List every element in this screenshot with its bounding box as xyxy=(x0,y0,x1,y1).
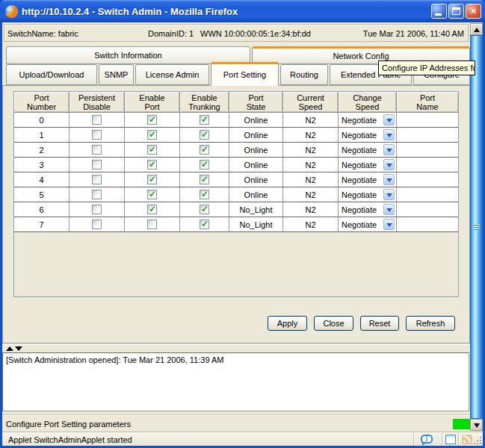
enable-port-checkbox[interactable] xyxy=(147,175,157,184)
enable-trunking-checkbox[interactable] xyxy=(200,205,209,214)
port-number-cell: 2 xyxy=(14,143,69,158)
port-name-cell[interactable] xyxy=(397,158,458,172)
enable-trunking-cell xyxy=(180,158,229,172)
enable-port-checkbox[interactable] xyxy=(147,115,157,125)
enable-trunking-checkbox[interactable] xyxy=(200,220,209,229)
persistent-disable-cell xyxy=(69,172,125,187)
port-name-cell[interactable] xyxy=(397,143,458,158)
title-bar[interactable]: http://10.10.2.4 - Switch Admin - Mozill… xyxy=(0,0,485,22)
chevron-down-icon[interactable] xyxy=(383,129,395,140)
scrollbar-thumb[interactable] xyxy=(470,35,483,419)
firefox-icon xyxy=(5,5,18,18)
enable-port-checkbox[interactable] xyxy=(147,130,157,140)
window-title: http://10.10.2.4 - Switch Admin - Mozill… xyxy=(22,6,431,17)
change-speed-dropdown[interactable]: Negotiate xyxy=(339,172,397,187)
persistent-disable-checkbox[interactable] xyxy=(92,130,102,140)
persistent-disable-cell xyxy=(69,158,125,172)
tab-upload-download[interactable]: Upload/Download xyxy=(6,64,97,85)
enable-trunking-checkbox[interactable] xyxy=(200,130,209,140)
change-speed-dropdown[interactable]: Negotiate xyxy=(339,187,397,202)
chevron-down-icon[interactable] xyxy=(383,189,395,200)
header-enable-port: Enable Port xyxy=(125,92,180,113)
tab-port-setting[interactable]: Port Setting xyxy=(211,62,279,86)
rss-feed-icon[interactable] xyxy=(462,435,472,444)
tab-license-admin[interactable]: License Admin xyxy=(135,64,209,85)
change-speed-value: Negotiate xyxy=(342,175,377,184)
resize-grip[interactable] xyxy=(472,435,481,444)
log-panel[interactable]: [Switch Administration opened]: Tue Mar … xyxy=(2,352,469,411)
info-bubble-icon[interactable]: i xyxy=(421,435,433,444)
maximize-button[interactable] xyxy=(448,4,464,19)
persistent-disable-checkbox[interactable] xyxy=(92,160,102,169)
enable-trunking-checkbox[interactable] xyxy=(200,145,209,155)
header-persistent-disable: Persistent Disable xyxy=(69,92,125,113)
enable-trunking-checkbox[interactable] xyxy=(200,160,209,169)
log-splitter[interactable] xyxy=(2,344,470,352)
popup-blocker-icon[interactable] xyxy=(445,435,456,444)
scroll-up-button[interactable] xyxy=(470,23,483,35)
port-name-cell[interactable] xyxy=(397,217,458,232)
enable-port-checkbox[interactable] xyxy=(147,145,157,155)
enable-trunking-checkbox[interactable] xyxy=(200,190,209,199)
chevron-down-icon[interactable] xyxy=(383,144,395,155)
close-panel-button[interactable]: Close xyxy=(314,316,353,331)
enable-port-cell xyxy=(125,172,180,187)
table-row: 1 Online N2 Negotiate xyxy=(14,128,458,143)
persistent-disable-checkbox[interactable] xyxy=(92,205,102,214)
enable-port-checkbox[interactable] xyxy=(147,205,157,214)
apply-button[interactable]: Apply xyxy=(268,316,307,331)
header-port-state: Port State xyxy=(229,92,283,113)
change-speed-dropdown[interactable]: Negotiate xyxy=(339,202,397,217)
reset-button[interactable]: Reset xyxy=(360,316,399,331)
change-speed-dropdown[interactable]: Negotiate xyxy=(339,143,397,158)
chevron-down-icon[interactable] xyxy=(383,114,395,125)
persistent-disable-checkbox[interactable] xyxy=(92,145,102,155)
enable-port-checkbox[interactable] xyxy=(147,190,157,199)
port-number-cell: 1 xyxy=(14,128,69,143)
header-port-name: Port Name xyxy=(397,92,458,113)
port-name-cell[interactable] xyxy=(397,113,458,128)
port-name-cell[interactable] xyxy=(397,128,458,143)
tab-snmp[interactable]: SNMP xyxy=(99,64,134,85)
header-enable-trunking: Enable Trunking xyxy=(180,92,229,113)
window-controls: × xyxy=(431,4,481,19)
port-state-cell: Online xyxy=(229,128,283,143)
status-indicator xyxy=(453,419,472,429)
vertical-scrollbar[interactable] xyxy=(470,23,483,431)
enable-trunking-checkbox[interactable] xyxy=(200,175,209,184)
persistent-disable-cell xyxy=(69,202,125,217)
persistent-disable-checkbox[interactable] xyxy=(92,220,102,229)
collapse-down-icon[interactable] xyxy=(15,346,22,351)
scroll-down-button[interactable] xyxy=(470,419,483,431)
chevron-down-icon[interactable] xyxy=(383,174,395,185)
change-speed-dropdown[interactable]: Negotiate xyxy=(339,158,397,172)
port-state-cell: Online xyxy=(229,113,283,128)
enable-port-checkbox[interactable] xyxy=(147,220,157,229)
chevron-down-icon[interactable] xyxy=(383,219,395,230)
chevron-down-icon[interactable] xyxy=(383,159,395,170)
persistent-disable-cell xyxy=(69,113,125,128)
enable-port-checkbox[interactable] xyxy=(147,160,157,169)
enable-trunking-checkbox[interactable] xyxy=(200,115,209,125)
collapse-up-icon[interactable] xyxy=(6,346,13,351)
port-name-cell[interactable] xyxy=(397,172,458,187)
enable-trunking-cell xyxy=(180,113,229,128)
switch-info-bar: SwitchName: fabric DomainID: 1 WWN 10:00… xyxy=(4,24,469,42)
close-button[interactable]: × xyxy=(466,4,481,19)
enable-port-cell xyxy=(125,202,180,217)
port-name-cell[interactable] xyxy=(397,202,458,217)
change-speed-dropdown[interactable]: Negotiate xyxy=(339,128,397,143)
refresh-button[interactable]: Refresh xyxy=(406,316,455,331)
change-speed-dropdown[interactable]: Negotiate xyxy=(339,217,397,232)
port-name-cell[interactable] xyxy=(397,187,458,202)
persistent-disable-checkbox[interactable] xyxy=(92,190,102,199)
minimize-button[interactable] xyxy=(431,4,447,19)
change-speed-dropdown[interactable]: Negotiate xyxy=(339,113,397,128)
tab-routing[interactable]: Routing xyxy=(280,64,328,85)
persistent-disable-checkbox[interactable] xyxy=(92,115,102,125)
log-entry: [Switch Administration opened]: Tue Mar … xyxy=(6,355,223,364)
table-row: 3 Online N2 Negotiate xyxy=(14,158,458,172)
page-viewport: SwitchName: fabric DomainID: 1 WWN 10:00… xyxy=(2,22,483,432)
chevron-down-icon[interactable] xyxy=(383,204,395,215)
persistent-disable-checkbox[interactable] xyxy=(92,175,102,184)
